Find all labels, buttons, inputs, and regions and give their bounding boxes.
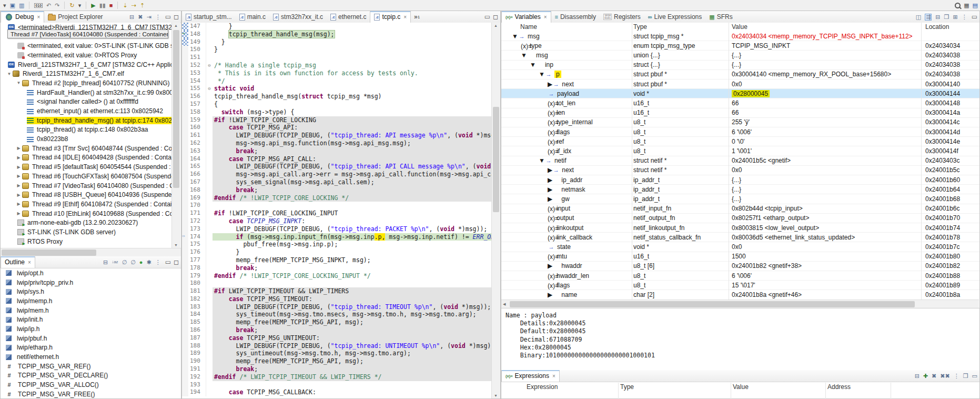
undo-icon[interactable]: ↶ [46,3,51,8]
variable-row-inp[interactable]: ▼inpstruct {...}{...}0x24034038 [501,61,979,70]
debug-tree-row[interactable]: 0x80223b8 [1,134,173,144]
chevron-down-icon[interactable]: ▼ [512,33,518,40]
gutter[interactable] [182,357,188,365]
remove-all-icon[interactable]: ✖✖ [940,373,949,379]
outline-item[interactable]: lwip/mem.h [1,306,180,315]
dropdown-icon[interactable]: ▾ [3,3,6,8]
variable-row-ip_addr[interactable]: ▶ip_addrip_addr_t{...}0x24001b60 [501,175,979,185]
debug-tree-row[interactable]: ▶Thread #3 [Tmr Svc] 604048744 (Suspende… [1,144,173,153]
variable-row-if_idx[interactable]: (x)=if_idxu8_t1 '\001'0x3000414f [501,146,979,156]
remove-terminated-icon[interactable]: ✖ [138,14,143,20]
chevron-right-icon[interactable]: ▶ [15,193,22,197]
hide-fields-icon[interactable]: ∅ [122,260,127,265]
gutter[interactable] [182,256,188,264]
chevron-down-icon[interactable]: ▼ [6,72,13,76]
chevron-right-icon[interactable]: ▶ [548,186,552,193]
gutter[interactable] [182,280,188,287]
restart-icon[interactable]: ↻ [69,3,74,8]
collapse-all-icon[interactable]: ⊟ [935,14,940,20]
overflow-icon[interactable]: ⋮ [155,14,161,20]
new-view-icon[interactable]: ❒ [963,373,968,379]
tab-registers[interactable]: 10100101Registers [600,11,644,23]
gutter[interactable] [182,303,188,311]
variable-row-name[interactable]: ▶namechar [2]0x24001b8a <gnetif+46>0x240… [501,290,979,300]
chevron-right-icon[interactable]: ▶ [548,195,552,203]
collapse-all-icon[interactable]: ⊟ [129,14,134,20]
open-perspective-icon[interactable]: ▦ [964,3,969,8]
gutter[interactable] [182,202,188,210]
close-icon[interactable]: × [28,260,31,265]
gutter[interactable] [182,287,188,295]
variable-row-next[interactable]: ▶→nextstruct netif *0x00x24001b5c [501,166,979,175]
debug-tree-row[interactable]: ▶Thread #5 [defaultTask] 604054544 (Susp… [1,162,173,172]
variable-row-link_callback[interactable]: (x)=link_callbacknetif_status_callback_f… [501,233,979,242]
gutter[interactable] [182,139,188,147]
outline-item[interactable]: lwip/init.h [1,315,180,324]
chevron-right-icon[interactable]: ▶ [548,176,552,184]
gutter[interactable] [182,46,188,54]
suspend-icon[interactable]: ▮▮ [99,3,106,8]
gutter[interactable] [182,373,188,381]
gutter[interactable] [182,69,188,77]
new-view-icon[interactable]: ❒ [944,14,949,20]
search-icon[interactable] [955,3,961,8]
gutter[interactable] [182,225,188,233]
chevron-down-icon[interactable]: ▼ [15,81,22,85]
step-into-icon[interactable]: ⇣ [123,3,127,8]
debug-tree-row[interactable]: ▶Thread #10 [EthLink] 604109688 (Suspend… [1,209,173,218]
gutter[interactable] [182,210,188,217]
debug-tree-row[interactable]: <signal handler called> () at 0xfffffffd [1,97,173,107]
chevron-down-icon[interactable]: ▼ [539,157,545,164]
tab-expressions[interactable]: (x)=Expressions× [501,370,560,382]
pin-view-icon[interactable]: ⊞ [953,14,957,20]
maximize-icon[interactable]: ◻ [174,13,179,21]
variable-row-state[interactable]: →statevoid *0x00x24001b7c [501,242,979,252]
outline-item[interactable]: netif/ethernet.h [1,352,180,362]
view-menu-icon[interactable]: ⋮ [155,260,161,265]
gutter[interactable] [182,163,188,171]
chevron-down-icon[interactable]: ▼ [530,61,536,68]
editor-tab-ethernet-c[interactable]: .cethernet.c [327,11,370,23]
chevron-right-icon[interactable]: ▶ [15,183,22,188]
chevron-right-icon[interactable]: ▶ [15,211,22,216]
gutter[interactable] [182,388,188,396]
debug-tree-row[interactable]: ST-LINK (ST-LINK GDB server) [1,227,173,237]
editor-tab-main-c[interactable]: .cmain.c [236,11,269,23]
variable-row-hwaddr_len[interactable]: (x)=hwaddr_lenu8_t6 '\006'0x24001b88 [501,271,979,281]
outline-item[interactable]: #TCPIP_MSG_VAR_REF() [1,362,180,371]
variable-row-type[interactable]: (x)=typeenum tcpip_msg_typeTCPIP_MSG_INP… [501,41,979,51]
chevron-right-icon[interactable]: ▶ [15,202,22,206]
variable-row-hwaddr[interactable]: ▶hwaddru8_t [6]0x24001b82 <gnetif+38>0x2… [501,262,979,271]
chevron-down-icon[interactable]: ▼ [521,52,527,59]
debug-tree-row[interactable]: tcpip_thread_handle_msg() at tcpip.c:174… [1,116,173,125]
debug-horizontal-scrollbar[interactable] [1,248,181,257]
gutter[interactable] [182,77,188,85]
tab-sfrs[interactable]: ▦SFRs [705,11,736,23]
variable-row-netif[interactable]: ▼→netifstruct netif *0x24001b5c <gnetif>… [501,156,979,166]
outline-item[interactable]: #TCPIP_MSG_VAR_DECLARE() [1,371,180,381]
instruction-pointer-icon[interactable]: ⇨ [182,233,188,241]
variables-horizontal-scrollbar[interactable]: ◀ [501,300,979,308]
variable-row-msg[interactable]: ▼msgunion {...}{...}0x24034038 [501,51,979,60]
gutter[interactable] [182,93,188,101]
gutter[interactable] [182,365,188,373]
variable-row-input[interactable]: (x)=inputnetif_input_fn0x802b44d <tcpip_… [501,204,979,214]
view-menu-icon[interactable]: ⋮ [954,373,959,379]
debug-tree-row[interactable]: RTOS Proxy [1,237,173,246]
dropdown-icon[interactable]: ▾ [78,3,82,8]
outline-item[interactable]: #TCPIP_MSG_VAR_ALLOC() [1,380,180,390]
debug-tree-row[interactable]: arm-none-eabi-gdb (13.2.90.20230627) [1,218,173,227]
variable-row-payload[interactable]: →payloadvoid *0x280000450x30004144 [501,89,979,98]
chevron-right-icon[interactable]: ▶ [15,155,22,160]
remove-icon[interactable]: ✖ [932,373,936,379]
gutter[interactable] [182,342,188,350]
variable-row-p[interactable]: ▼→pstruct pbuf *0x30004140 <memp_memory_… [501,70,979,79]
variable-row-ref[interactable]: (x)=refu8_t0 '\0'0x3000414e [501,137,979,146]
collapse-all-icon[interactable]: ⊟ [103,260,108,265]
debug-tree-row[interactable]: HardFault_Handler() at stm32h7xx_it.c:99… [1,88,173,97]
gutter[interactable] [182,23,188,31]
save-icon[interactable]: ▣ [10,3,15,8]
minimize-icon[interactable]: ▭ [972,373,977,379]
chevron-right-icon[interactable]: ▶ [548,262,552,270]
chevron-right-icon[interactable]: ▶ [548,81,552,88]
